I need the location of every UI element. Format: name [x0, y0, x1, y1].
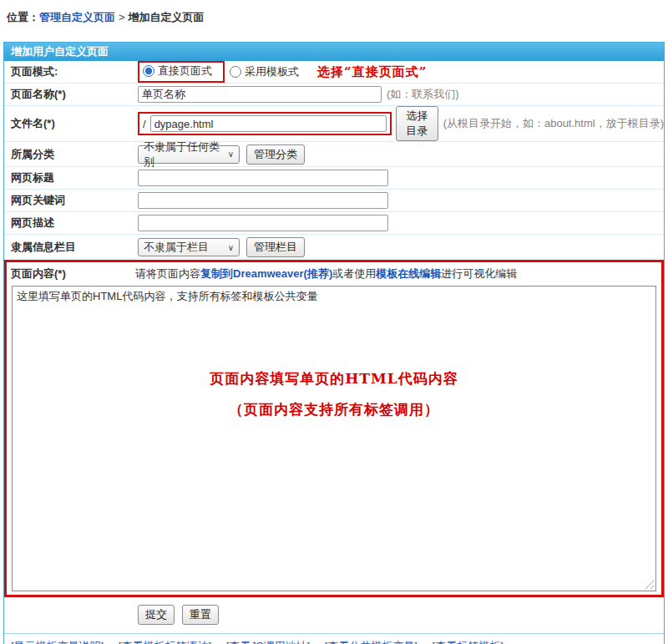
chevron-down-icon: ∨: [228, 243, 234, 252]
content-hint-text-2: 或者使用: [332, 267, 376, 280]
file-name-hint: (从根目录开始，如：about.html，放于根目录): [443, 116, 664, 131]
page-keywords-input[interactable]: [138, 192, 388, 209]
row-info-column: 隶属信息栏目 不隶属于栏目 ∨ 管理栏目: [4, 235, 664, 260]
page-name-input[interactable]: [138, 86, 382, 103]
page-desc-input[interactable]: [138, 215, 388, 231]
radio-template-mode-input[interactable]: [230, 66, 241, 78]
link-tag-templates[interactable]: [查看标签模板]: [433, 640, 504, 644]
row-page-desc: 网页描述: [4, 212, 664, 235]
row-page-title: 网页标题: [4, 167, 664, 190]
breadcrumb-link-manage-pages[interactable]: 管理自定义页面: [39, 11, 115, 23]
radio-direct-page-label: 直接页面式: [158, 63, 212, 79]
page-content-hint: 请将页面内容复制到Dreamweaver(推荐)或者使用模板在线编辑进行可视化编…: [135, 266, 517, 281]
panel-title: 增加用户自定义页面: [4, 43, 664, 61]
add-custom-page-panel: 增加用户自定义页面 页面模式: 直接页面式 采用模板式 选择“直接页面式” 页面…: [3, 42, 665, 644]
reset-button[interactable]: 重置: [182, 605, 219, 625]
submit-button[interactable]: 提交: [138, 605, 175, 625]
link-js-call-address[interactable]: [查看JS调用地址]: [226, 640, 310, 644]
manage-category-button[interactable]: 管理分类: [246, 145, 305, 165]
submit-row: 提交 重置: [4, 597, 664, 633]
page-keywords-label: 网页关键词: [11, 193, 138, 208]
row-file-name: 文件名(*) / 选择目录 (从根目录开始，如：about.html，放于根目录…: [4, 106, 664, 142]
page-title-label: 网页标题: [11, 170, 138, 185]
link-template-tag-syntax[interactable]: [查看模板标签语法]: [119, 640, 211, 644]
breadcrumb: 位置：管理自定义页面>增加自定义页面: [0, 0, 668, 42]
page-name-hint: (如：联系我们): [387, 87, 459, 102]
footer-links: [显示模板变量说明] [查看模板标签语法] [查看JS调用地址] [查看公共模板…: [4, 633, 664, 644]
category-select[interactable]: 不隶属于任何类别 ∨: [138, 145, 240, 164]
content-hint-text-3: 进行可视化编辑: [441, 267, 517, 280]
page-desc-label: 网页描述: [11, 216, 138, 231]
breadcrumb-prefix: 位置：: [7, 11, 39, 23]
red-highlight-box-file-name: /: [138, 112, 392, 135]
radio-template-mode[interactable]: 采用模板式: [230, 64, 299, 79]
row-category: 所属分类 不隶属于任何类别 ∨ 管理分类: [4, 142, 664, 167]
annotation-choose-direct-mode: 选择“直接页面式”: [317, 64, 427, 80]
info-column-label: 隶属信息栏目: [11, 240, 138, 255]
copy-to-dreamweaver-link[interactable]: 复制到Dreamweaver(推荐): [200, 267, 332, 280]
page-mode-label: 页面模式:: [11, 64, 138, 79]
link-show-template-vars[interactable]: [显示模板变量说明]: [11, 640, 104, 644]
page-content-area: 这里填写单页的HTML代码内容，支持所有标签和模板公共变量 页面内容填写单页的H…: [7, 286, 661, 595]
page-content-textarea[interactable]: 这里填写单页的HTML代码内容，支持所有标签和模板公共变量: [12, 286, 656, 591]
row-page-keywords: 网页关键词: [4, 190, 664, 212]
breadcrumb-separator: >: [119, 11, 125, 23]
category-label: 所属分类: [11, 147, 138, 162]
page-name-label: 页面名称(*): [11, 87, 138, 102]
choose-directory-button[interactable]: 选择目录: [396, 106, 438, 141]
template-online-edit-link[interactable]: 模板在线编辑: [376, 267, 441, 280]
row-page-mode: 页面模式: 直接页面式 采用模板式 选择“直接页面式”: [4, 61, 664, 84]
manage-column-button[interactable]: 管理栏目: [246, 237, 305, 257]
content-hint-text-1: 请将页面内容: [135, 267, 200, 280]
file-name-prefix: /: [143, 118, 146, 130]
chevron-down-icon: ∨: [228, 150, 234, 159]
page-content-label: 页面内容(*): [11, 266, 135, 281]
info-column-select[interactable]: 不隶属于栏目 ∨: [138, 238, 240, 256]
row-page-content: 页面内容(*) 请将页面内容复制到Dreamweaver(推荐)或者使用模板在线…: [7, 262, 661, 286]
breadcrumb-current: 增加自定义页面: [129, 11, 205, 23]
file-name-label: 文件名(*): [11, 116, 138, 131]
link-public-template-vars[interactable]: [查看公共模板变量]: [325, 640, 418, 644]
category-select-value: 不隶属于任何类别: [144, 139, 225, 170]
radio-template-mode-label: 采用模板式: [245, 64, 299, 79]
radio-direct-page-input[interactable]: [143, 65, 154, 77]
info-column-select-value: 不隶属于栏目: [144, 240, 209, 255]
red-highlight-box-page-content: 页面内容(*) 请将页面内容复制到Dreamweaver(推荐)或者使用模板在线…: [4, 260, 664, 597]
radio-direct-page-mode[interactable]: 直接页面式: [143, 63, 212, 79]
file-name-input[interactable]: [150, 115, 387, 132]
red-highlight-box-direct-mode: 直接页面式: [138, 61, 225, 83]
row-page-name: 页面名称(*) (如：联系我们): [4, 84, 664, 106]
page-title-input[interactable]: [138, 170, 388, 186]
